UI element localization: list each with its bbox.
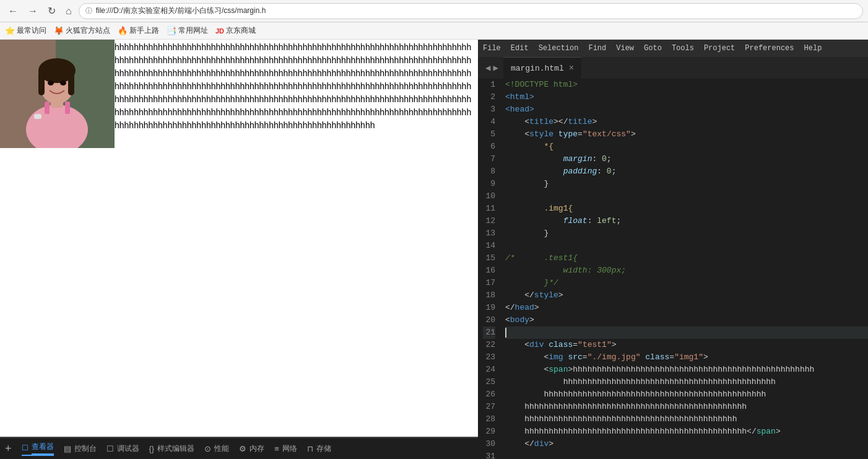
code-line-1: <!DOCTYPE html> — [505, 79, 868, 91]
devtools-style-editor[interactable]: {} 样式编辑器 — [149, 444, 195, 454]
menu-edit[interactable]: Edit — [511, 44, 529, 53]
devtools-style-label: 样式编辑器 — [157, 444, 194, 454]
devtools-perf[interactable]: ⊙ 性能 — [204, 444, 229, 454]
menu-goto[interactable]: Goto — [644, 44, 662, 53]
devtools-viewer-label: 查看器 — [32, 442, 54, 455]
devtools-style-icon: {} — [149, 444, 155, 453]
bookmark-xinshou[interactable]: 🔥 新手上路 — [118, 25, 159, 36]
refresh-button[interactable]: ↻ — [45, 4, 59, 18]
bookmark-zuichang-label: 最常访问 — [17, 25, 46, 36]
svg-rect-12 — [65, 102, 70, 114]
devtools-debugger[interactable]: ☐ 调试器 — [106, 444, 139, 454]
devtools-network-icon: ≡ — [274, 444, 279, 453]
back-button[interactable]: ← — [5, 4, 21, 18]
tab-margin-html[interactable]: margin.html × — [503, 57, 581, 79]
code-line-21 — [505, 326, 868, 339]
code-line-30: </div> — [505, 438, 868, 450]
devtools-perf-icon: ⊙ — [204, 444, 211, 453]
code-line-2: <html> — [505, 91, 868, 103]
devtools-memory-icon: ⚙ — [239, 444, 246, 453]
code-line-7: margin: 0; — [505, 153, 868, 165]
bookmark-jingdong-icon: JD — [215, 27, 224, 35]
code-line-16: width: 300px; — [505, 264, 868, 277]
code-line-29: hhhhhhhhhhhhhhhhhhhhhhhhhhhhhhhhhhhhhhhh… — [505, 426, 868, 438]
menu-view[interactable]: View — [616, 44, 634, 53]
editor-panel: File Edit Selection Find View Goto Tools… — [478, 40, 868, 459]
bookmark-zuichang-icon: ⭐ — [5, 26, 15, 35]
devtools-perf-label: 性能 — [214, 444, 229, 454]
bookmark-zuichang[interactable]: ⭐ 最常访问 — [5, 25, 46, 36]
svg-rect-11 — [45, 102, 50, 114]
devtools-console-label: 控制台 — [74, 444, 97, 454]
code-line-19: </head> — [505, 302, 868, 314]
code-line-31 — [505, 450, 868, 459]
devtools-viewer-icon: ☐ — [22, 444, 28, 452]
menu-find[interactable]: Find — [588, 44, 606, 53]
code-line-14 — [505, 240, 868, 252]
main-area: hhhhhhhhhhhhhhhhhhhhhhhhhhhhhhhhhhhhhhhh… — [0, 40, 868, 459]
bookmark-changyong[interactable]: 📑 常用网址 — [167, 25, 208, 36]
editor-menubar: File Edit Selection Find View Goto Tools… — [478, 40, 868, 57]
editor-body[interactable]: 12345 678910 1112131415 1617181920 21 22… — [478, 79, 868, 459]
code-line-27: hhhhhhhhhhhhhhhhhhhhhhhhhhhhhhhhhhhhhhhh… — [505, 401, 868, 413]
tab-close-btn[interactable]: × — [569, 63, 574, 73]
code-line-13: } — [505, 227, 868, 240]
code-area[interactable]: <!DOCTYPE html> <html> <head> <title></t… — [500, 79, 868, 459]
menu-project[interactable]: Project — [704, 44, 735, 53]
code-line-8: padding: 0; — [505, 165, 868, 178]
code-line-10 — [505, 190, 868, 203]
menu-selection[interactable]: Selection — [539, 44, 579, 53]
address-input[interactable] — [96, 7, 856, 15]
code-line-17: }*/ — [505, 277, 868, 289]
menu-tools[interactable]: Tools — [672, 44, 694, 53]
devtools-memory-label: 内存 — [250, 444, 264, 454]
tab-navigation[interactable]: ◀ ▶ — [480, 63, 503, 73]
devtools-network[interactable]: ≡ 网络 — [274, 444, 297, 454]
preview-content: hhhhhhhhhhhhhhhhhhhhhhhhhhhhhhhhhhhhhhhh… — [0, 40, 478, 148]
devtools-viewer[interactable]: ☐ 查看器 — [22, 442, 54, 456]
devtools-storage[interactable]: ⊓ 存储 — [307, 444, 331, 454]
bookmark-jingdong-label: 京东商城 — [226, 25, 256, 36]
devtools-storage-label: 存储 — [316, 444, 331, 454]
menu-help[interactable]: Help — [804, 44, 822, 53]
svg-point-9 — [60, 81, 66, 85]
address-bar[interactable]: ⓘ — [79, 3, 863, 19]
line-numbers: 12345 678910 1112131415 1617181920 21 22… — [478, 79, 500, 459]
menu-preferences[interactable]: Preferences — [745, 44, 794, 53]
code-line-18: </style> — [505, 289, 868, 302]
forward-button[interactable]: → — [25, 4, 41, 18]
code-line-15: /* .test1{ — [505, 252, 868, 264]
preview-image — [0, 40, 115, 148]
bookmark-changyong-icon: 📑 — [167, 26, 176, 35]
preview-text-content: hhhhhhhhhhhhhhhhhhhhhhhhhhhhhhhhhhhhhhhh… — [115, 40, 474, 148]
bookmark-huhu[interactable]: 🦊 火狐官方站点 — [54, 25, 110, 36]
devtools-debugger-icon: ☐ — [106, 444, 114, 453]
devtools-console-icon: ▤ — [64, 444, 71, 453]
bookmark-jingdong[interactable]: JD 京东商城 — [215, 25, 256, 36]
tab-next-arrow[interactable]: ▶ — [492, 63, 499, 73]
code-line-9: } — [505, 178, 868, 190]
browser-preview: hhhhhhhhhhhhhhhhhhhhhhhhhhhhhhhhhhhhhhhh… — [0, 40, 478, 459]
menu-file[interactable]: File — [483, 44, 501, 53]
editor-tabs: ◀ ▶ margin.html × — [478, 57, 868, 79]
code-line-4: <title></title> — [505, 116, 868, 128]
address-secure-icon: ⓘ — [85, 6, 92, 15]
tab-prev-arrow[interactable]: ◀ — [484, 63, 492, 73]
devtools-console[interactable]: ▤ 控制台 — [64, 444, 97, 454]
code-line-28: hhhhhhhhhhhhhhhhhhhhhhhhhhhhhhhhhhhhhhhh… — [505, 413, 868, 426]
devtools-memory[interactable]: ⚙ 内存 — [239, 444, 264, 454]
devtools-bar: + ☐ 查看器 ▤ 控制台 ☐ 调试器 {} 样式编辑器 ⊙ 性能 ⚙ — [0, 437, 478, 459]
code-line-6: *{ — [505, 141, 868, 153]
svg-point-8 — [48, 81, 54, 85]
code-line-22: <div class="test1"> — [505, 339, 868, 351]
code-line-3: <head> — [505, 103, 868, 116]
home-button[interactable]: ⌂ — [63, 4, 75, 18]
devtools-add-btn[interactable]: + — [5, 442, 12, 455]
code-line-5: <style type="text/css"> — [505, 128, 868, 141]
code-line-11: .img1{ — [505, 203, 868, 215]
devtools-debugger-label: 调试器 — [117, 444, 139, 454]
svg-rect-10 — [34, 114, 41, 119]
bookmarks-bar: ⭐ 最常访问 🦊 火狐官方站点 🔥 新手上路 📑 常用网址 JD 京东商城 — [0, 22, 868, 40]
svg-rect-6 — [38, 71, 45, 95]
browser-toolbar: ← → ↻ ⌂ ⓘ — [0, 0, 868, 22]
